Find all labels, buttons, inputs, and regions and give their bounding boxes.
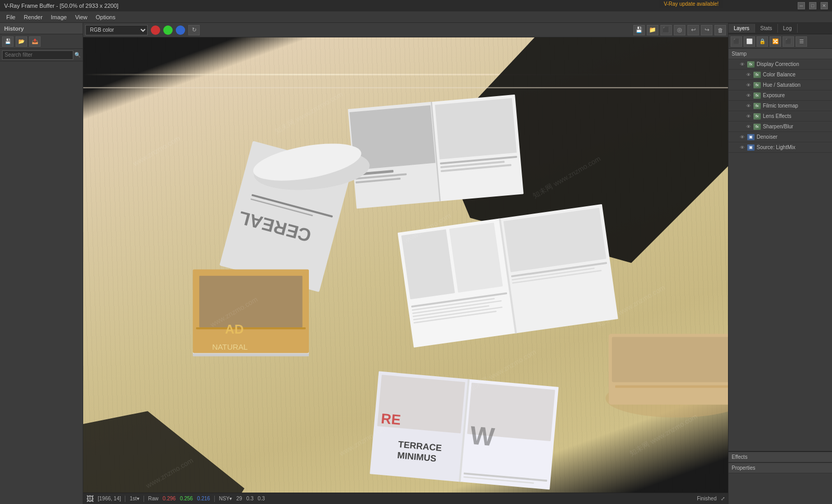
menu-file[interactable]: File (2, 13, 20, 21)
eye-icon[interactable]: 👁 (739, 61, 745, 68)
save-render-btn[interactable]: 💾 (633, 25, 645, 35)
history-load-btn[interactable]: 📂 (16, 36, 27, 47)
source-lightmix-item[interactable]: 👁 ▣ Source: LightMix (729, 142, 832, 153)
svg-rect-9 (435, 98, 516, 160)
tab-log[interactable]: Log (778, 24, 798, 33)
green-channel-btn[interactable] (163, 25, 173, 35)
svg-rect-30 (449, 222, 503, 293)
window-title: V-Ray Frame Buffer - [50.0% of 2933 x 22… (4, 3, 119, 9)
history-header: History (0, 23, 83, 34)
color-balance-item[interactable]: 👁 fx Color Balance (729, 70, 832, 80)
render-canvas[interactable]: CEREAL AD NATURAL (83, 37, 728, 493)
red-channel-btn[interactable] (151, 25, 160, 35)
redo-btn[interactable]: ↪ (701, 25, 712, 35)
effects-section: Effects (729, 452, 832, 462)
save-all-btn[interactable]: 📁 (647, 25, 658, 35)
sharpen-item[interactable]: 👁 fx Sharpen/Blur (729, 122, 832, 132)
svg-text:www.znzmo.com: www.znzmo.com (131, 134, 181, 168)
color-balance-icon: fx (753, 72, 761, 78)
render-region-btn[interactable]: ⬛ (660, 25, 672, 35)
filmic-item[interactable]: 👁 fx Filmic tonemap (729, 101, 832, 111)
menu-options[interactable]: Options (92, 13, 120, 21)
status-coords: [1966, 14] (98, 496, 121, 501)
search-icon: 🔍 (74, 52, 81, 58)
menu-render[interactable]: Render (20, 13, 47, 21)
denoiser-item[interactable]: 👁 ▣ Denoiser (729, 132, 832, 142)
right-panel-toolbar: ⬛ ⬜ 🔒 🔀 ⬛ ☰ (729, 34, 832, 49)
rt-btn-1[interactable]: ⬛ (731, 36, 742, 47)
history-search-input[interactable] (2, 50, 73, 60)
history-save-btn[interactable]: 💾 (2, 36, 14, 47)
layers-content: Stamp 👁 fx Display Correction 👁 fx Color… (729, 49, 832, 451)
window-controls: ─ □ ✕ (798, 2, 828, 9)
channel-select[interactable]: RGB color Alpha Diffuse (85, 25, 148, 35)
eye-icon-lm[interactable]: 👁 (739, 144, 745, 151)
rt-btn-menu[interactable]: ☰ (796, 36, 807, 47)
menu-image[interactable]: Image (47, 13, 71, 21)
blue-channel-btn[interactable] (176, 25, 185, 35)
rt-btn-2[interactable]: ⬜ (744, 36, 755, 47)
denoiser-icon: ▣ (747, 134, 755, 140)
right-panel: Layers Stats Log ⬛ ⬜ 🔒 🔀 ⬛ ☰ Stamp 👁 fx … (728, 23, 832, 504)
status-finished: Finished (697, 496, 717, 501)
properties-header: Properties (729, 463, 832, 473)
properties-section: Properties (729, 462, 832, 504)
eye-icon-fil[interactable]: 👁 (745, 103, 751, 109)
svg-rect-56 (612, 337, 728, 382)
display-correction-icon: fx (747, 61, 755, 68)
sharpen-icon: fx (753, 124, 761, 130)
render-svg: CEREAL AD NATURAL (83, 37, 728, 493)
status-bar: 🖼 [1966, 14] 1st▾ Raw 0.296 0.256 0.216 (83, 493, 728, 504)
eye-icon-hs[interactable]: 👁 (745, 82, 751, 88)
lens-btn[interactable]: ◎ (674, 25, 685, 35)
status-mode[interactable]: Raw (148, 496, 159, 501)
rt-btn-4[interactable]: 🔀 (770, 36, 781, 47)
right-panel-tabs: Layers Stats Log (729, 23, 832, 34)
refresh-btn[interactable]: ↻ (188, 25, 200, 35)
filmic-icon: fx (753, 103, 761, 109)
eye-icon-lens[interactable]: 👁 (745, 113, 751, 120)
maximize-button[interactable]: □ (809, 2, 816, 9)
status-r-val: 0.296 (163, 496, 176, 501)
tab-stats[interactable]: Stats (755, 24, 778, 33)
eye-icon-exp[interactable]: 👁 (745, 92, 751, 99)
clear-btn[interactable]: 🗑 (714, 25, 726, 35)
rt-btn-3[interactable]: 🔒 (757, 36, 768, 47)
history-toolbar: 💾 📂 📤 (0, 34, 83, 49)
status-sample[interactable]: 1st▾ (129, 496, 139, 501)
render-area: V-Ray update available! RGB color Alpha … (83, 23, 728, 504)
status-thumbnail: 🖼 (86, 495, 94, 503)
history-search-bar: 🔍 (0, 49, 83, 61)
hue-saturation-item[interactable]: 👁 fx Hue / Saturation (729, 80, 832, 90)
eye-icon-den[interactable]: 👁 (739, 134, 745, 140)
lens-effects-item[interactable]: 👁 fx Lens Effects (729, 111, 832, 122)
tab-layers[interactable]: Layers (729, 24, 755, 33)
history-export-btn[interactable]: 📤 (29, 36, 41, 47)
close-button[interactable]: ✕ (821, 2, 828, 9)
display-correction-group[interactable]: 👁 fx Display Correction (729, 59, 832, 70)
rt-btn-5[interactable]: ⬛ (783, 36, 794, 47)
svg-text:NATURAL: NATURAL (212, 343, 248, 351)
status-num3: 0.3 (258, 496, 265, 501)
exposure-icon: fx (753, 92, 761, 99)
minimize-button[interactable]: ─ (798, 2, 805, 9)
svg-text:知未网 www.znzmo.com: 知未网 www.znzmo.com (274, 90, 344, 136)
exposure-item[interactable]: 👁 fx Exposure (729, 90, 832, 101)
eye-icon-cb[interactable]: 👁 (745, 72, 751, 78)
eye-icon-sh[interactable]: 👁 (745, 124, 751, 130)
expand-btn[interactable]: ⤢ (721, 496, 725, 501)
menu-bar: File Render Image View Options (0, 11, 832, 23)
hue-saturation-icon: fx (753, 82, 761, 88)
render-toolbar: RGB color Alpha Diffuse ↻ 💾 📁 ⬛ ◎ ↩ ↪ 🗑 (83, 23, 728, 37)
status-b-val: 0.216 (197, 496, 210, 501)
stamp-header[interactable]: Stamp (729, 49, 832, 59)
effects-header[interactable]: Effects (729, 452, 832, 462)
status-channel[interactable]: NSY▾ (219, 496, 232, 501)
svg-rect-57 (615, 386, 728, 388)
svg-text:AD: AD (225, 322, 244, 336)
menu-view[interactable]: View (71, 13, 92, 21)
undo-btn[interactable]: ↩ (687, 25, 699, 35)
lightmix-icon: ▣ (747, 144, 755, 151)
svg-text:W: W (469, 420, 496, 452)
status-g-val: 0.256 (180, 496, 193, 501)
